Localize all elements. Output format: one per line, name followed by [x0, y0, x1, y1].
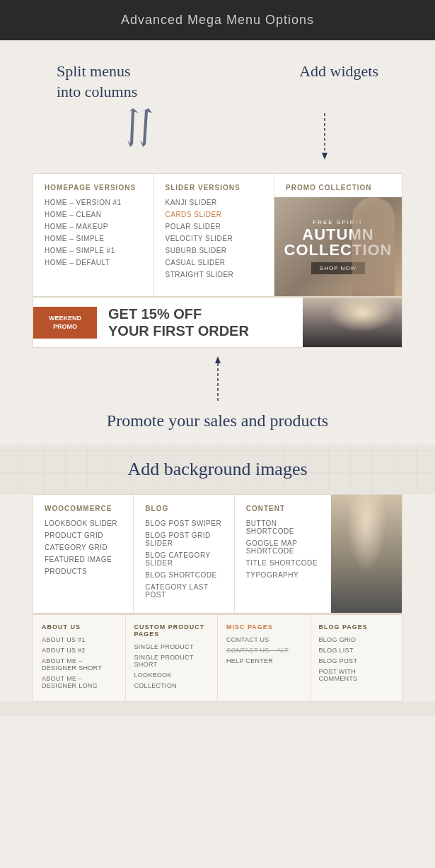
header: Advanced Mega Menu Options	[0, 0, 435, 40]
side-photo	[331, 495, 402, 613]
header-title: Advanced Mega Menu Options	[121, 13, 314, 27]
footer-item[interactable]: BLOG LIST	[319, 647, 394, 654]
menu-columns: HOMEPAGE VERSIONS HOME – VERSION #1 HOME…	[33, 174, 402, 297]
menu-item[interactable]: BLOG SHORTCODE	[145, 571, 222, 579]
menu-item[interactable]: TYPOGRAPHY	[246, 571, 323, 579]
blog-pages-header: BLOG PAGES	[319, 623, 394, 631]
mega-menu-panel-1: HOMEPAGE VERSIONS HOME – VERSION #1 HOME…	[33, 173, 402, 348]
footer-item[interactable]: SINGLE PRODUCT SHORT	[134, 654, 209, 668]
custom-product-pages-header: CUSTOM PRODUCT PAGES	[134, 623, 209, 638]
svg-marker-1	[322, 153, 327, 160]
split-menus-text: Split menus into columns	[57, 61, 137, 102]
footer-item[interactable]: COLLECTION	[134, 682, 209, 689]
mega-menu-panel-2: WOOCOMMERCE LOOKBOOK SLIDER PRODUCT GRID…	[33, 494, 402, 614]
menu-item[interactable]: LOOKBOOK SLIDER	[45, 520, 122, 527]
arrow-down-left	[127, 105, 170, 163]
promo-text-line1: GET 15% OFF	[108, 305, 291, 322]
blog-pages-col: BLOG PAGES BLOG GRID BLOG LIST BLOG POST…	[311, 615, 402, 701]
menu-item[interactable]: TITLE SHORTCODE	[246, 559, 323, 567]
menu-item[interactable]: PRODUCT GRID	[45, 532, 122, 539]
promo-photo-inner	[303, 298, 402, 347]
menu-item[interactable]: HOME – CLEAN	[45, 211, 142, 218]
weekend-promo-text: GET 15% OFF YOUR FIRST ORDER	[97, 298, 303, 346]
footer-item[interactable]: POST WITH COMMENTS	[319, 668, 394, 682]
menu-item[interactable]: VELOCITY SLIDER	[166, 235, 263, 242]
footer-item[interactable]: BLOG POST	[319, 657, 394, 664]
menu-item[interactable]: HOME – MAKEUP	[45, 223, 142, 230]
footer-item[interactable]: BLOG GRID	[319, 636, 394, 643]
menu-item[interactable]: BLOG POST SWIPER	[145, 520, 222, 527]
annotation-area-2: Promote your sales and products	[0, 348, 435, 445]
menu-item[interactable]: STRAIGHT SLIDER	[166, 271, 263, 278]
about-us-col: ABOUT US ABOUT US #1 ABOUT US #2 ABOUT M…	[33, 615, 126, 701]
woocommerce-header: WOOCOMMERCE	[45, 505, 122, 512]
promote-text: Promote your sales and products	[28, 411, 407, 430]
add-widgets-text: Add widgets	[299, 61, 378, 82]
menu-item[interactable]: FEATURED IMAGE	[45, 556, 122, 563]
promo-collection-header: PROMO COLLECTION	[274, 174, 402, 197]
menu-item[interactable]: PRODUCTS	[45, 568, 122, 575]
menu-item[interactable]: BLOG POST GRID SLIDER	[145, 532, 222, 547]
menu-item[interactable]: BUTTON SHORTCODE	[246, 520, 323, 535]
footer-item[interactable]: LOOKBOOK	[134, 671, 209, 679]
bg-images-section: Add background images	[0, 445, 435, 494]
annotation-area-1: Split menus into columns Add widgets	[0, 40, 435, 173]
homepage-versions-header: HOMEPAGE VERSIONS	[45, 184, 142, 192]
menu-item[interactable]: CATEGORY LAST POST	[145, 583, 222, 599]
footer-item[interactable]: CONTACT US	[226, 636, 301, 643]
menu-item-highlighted[interactable]: CARDS SLIDER	[166, 211, 263, 218]
promo-text-line2: YOUR FIRST ORDER	[108, 322, 291, 339]
footer-menu: ABOUT US ABOUT US #1 ABOUT US #2 ABOUT M…	[33, 614, 402, 702]
menu-item[interactable]: KANJI SLIDER	[166, 199, 263, 206]
menu-item[interactable]: CASUAL SLIDER	[166, 259, 263, 266]
promo-collection-col: PROMO COLLECTION FREE SPIRIT AUTUMN COLL…	[274, 174, 402, 296]
footer-item[interactable]: ABOUT ME – DESIGNER LONG	[42, 675, 117, 689]
content-header: CONTENT	[246, 505, 323, 512]
footer-item[interactable]: HELP CENTER	[226, 657, 301, 664]
weekend-badge-line1: WEEKEND	[49, 314, 81, 323]
menu-item[interactable]: POLAR SLIDER	[166, 223, 263, 230]
weekend-badge: WEEKEND PROMO	[33, 307, 97, 339]
menu-item[interactable]: HOME – DEFAULT	[45, 259, 142, 266]
menu-item[interactable]: HOME – SIMPLE	[45, 235, 142, 242]
menu-item[interactable]: HOME – VERSION #1	[45, 199, 142, 206]
weekend-badge-line2: PROMO	[53, 322, 77, 332]
about-us-header: ABOUT US	[42, 623, 117, 631]
menu-item[interactable]: CATEGORY GRID	[45, 544, 122, 551]
menu-item[interactable]: BLOG CATEGORY SLIDER	[145, 551, 222, 567]
weekend-promo-bar: WEEKEND PROMO GET 15% OFF YOUR FIRST ORD…	[33, 297, 402, 347]
slider-versions-col: SLIDER VERSIONS KANJI SLIDER CARDS SLIDE…	[154, 174, 275, 296]
footer-item[interactable]: ABOUT ME – DESIGNER SHORT	[42, 657, 117, 671]
menu-item[interactable]: GOOGLE MAP SHORTCODE	[246, 539, 323, 555]
misc-pages-col: MISC PAGES CONTACT US CONTACT US – ALT H…	[218, 615, 311, 701]
promo-image: FREE SPIRIT AUTUMN COLLECTION SHOP NOW	[274, 197, 402, 296]
misc-pages-header: MISC PAGES	[226, 623, 301, 631]
arrow-up	[28, 355, 407, 404]
blog-header: BLOG	[145, 505, 222, 512]
svg-marker-3	[215, 356, 221, 363]
custom-product-pages-col: CUSTOM PRODUCT PAGES SINGLE PRODUCT SING…	[126, 615, 219, 701]
menu-item[interactable]: SUBURB SLIDER	[166, 247, 263, 254]
footer-item[interactable]: ABOUT US #2	[42, 647, 117, 654]
menu-columns-2: WOOCOMMERCE LOOKBOOK SLIDER PRODUCT GRID…	[33, 495, 402, 613]
slider-versions-header: SLIDER VERSIONS	[166, 184, 263, 192]
bottom-space	[0, 702, 435, 716]
bg-images-text: Add background images	[28, 459, 407, 480]
side-photo-figure	[331, 495, 402, 613]
blog-col: BLOG BLOG POST SWIPER BLOG POST GRID SLI…	[134, 495, 234, 613]
footer-item[interactable]: SINGLE PRODUCT	[134, 643, 209, 650]
homepage-versions-col: HOMEPAGE VERSIONS HOME – VERSION #1 HOME…	[33, 174, 154, 296]
menu-item[interactable]: HOME – SIMPLE #1	[45, 247, 142, 254]
footer-item-strikethrough[interactable]: CONTACT US – ALT	[226, 647, 301, 654]
footer-item[interactable]: ABOUT US #1	[42, 636, 117, 643]
woocommerce-col: WOOCOMMERCE LOOKBOOK SLIDER PRODUCT GRID…	[33, 495, 134, 613]
promo-photo	[303, 298, 402, 347]
arrow-down-right	[320, 112, 329, 163]
